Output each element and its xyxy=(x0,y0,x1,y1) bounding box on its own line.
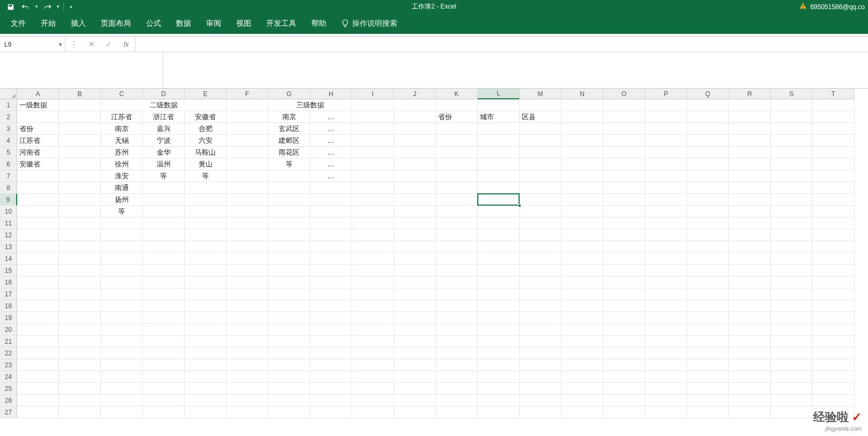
cell[interactable] xyxy=(729,359,771,371)
cell[interactable] xyxy=(771,217,813,229)
cell[interactable] xyxy=(603,253,645,265)
cell[interactable] xyxy=(813,253,855,265)
cell[interactable] xyxy=(478,147,520,158)
cell[interactable] xyxy=(520,217,561,229)
warning-icon[interactable] xyxy=(799,2,807,11)
cell[interactable] xyxy=(436,277,478,288)
cell[interactable]: … xyxy=(310,147,352,158)
cell[interactable] xyxy=(436,371,478,383)
cell[interactable] xyxy=(185,359,227,371)
cell[interactable] xyxy=(729,288,771,300)
cell[interactable]: 南京 xyxy=(101,123,143,135)
cell[interactable] xyxy=(520,99,561,111)
cell[interactable] xyxy=(771,99,813,111)
spreadsheet-grid[interactable]: ABCDEFGHIJKLMNOPQRST 1234567891011121314… xyxy=(0,89,868,436)
cell[interactable] xyxy=(436,135,478,147)
cell[interactable] xyxy=(185,194,227,206)
cell[interactable] xyxy=(603,241,645,253)
cell[interactable]: 二级数据 xyxy=(101,99,227,111)
cell[interactable] xyxy=(436,206,478,217)
cell[interactable]: 六安 xyxy=(185,135,227,147)
cell[interactable] xyxy=(352,194,394,206)
cell[interactable] xyxy=(352,336,394,347)
cell[interactable] xyxy=(436,359,478,371)
cell[interactable] xyxy=(394,123,436,135)
cell[interactable] xyxy=(394,395,436,406)
cell[interactable] xyxy=(478,288,520,300)
cell[interactable] xyxy=(268,336,310,347)
cell[interactable] xyxy=(687,300,729,312)
cell[interactable] xyxy=(227,123,268,135)
cell[interactable] xyxy=(394,111,436,123)
cell[interactable] xyxy=(101,253,143,265)
cell[interactable] xyxy=(687,229,729,241)
cell[interactable] xyxy=(143,194,185,206)
cell[interactable]: 省份 xyxy=(436,111,478,123)
cell[interactable] xyxy=(394,383,436,395)
cell[interactable] xyxy=(478,170,520,182)
cell[interactable] xyxy=(520,194,561,206)
cell[interactable]: 三级数据 xyxy=(268,99,352,111)
cell[interactable] xyxy=(645,170,687,182)
cell[interactable] xyxy=(394,99,436,111)
cell[interactable] xyxy=(520,300,561,312)
cell[interactable] xyxy=(227,347,268,359)
cell[interactable] xyxy=(227,217,268,229)
cell[interactable] xyxy=(394,371,436,383)
cell[interactable] xyxy=(310,217,352,229)
cell[interactable] xyxy=(310,277,352,288)
cell[interactable] xyxy=(687,182,729,194)
cell[interactable] xyxy=(394,158,436,170)
cell[interactable] xyxy=(771,277,813,288)
cell[interactable]: … xyxy=(310,158,352,170)
column-header[interactable]: E xyxy=(185,89,227,99)
column-header[interactable]: A xyxy=(17,89,59,99)
cell[interactable] xyxy=(603,229,645,241)
cell[interactable] xyxy=(17,206,59,217)
cell[interactable] xyxy=(603,182,645,194)
cell[interactable] xyxy=(227,99,268,111)
cell[interactable] xyxy=(645,324,687,336)
cell[interactable]: 徐州 xyxy=(101,158,143,170)
cell[interactable] xyxy=(729,170,771,182)
cell[interactable] xyxy=(771,123,813,135)
cell[interactable] xyxy=(813,359,855,371)
cell[interactable] xyxy=(603,288,645,300)
cell[interactable] xyxy=(561,336,603,347)
cell[interactable] xyxy=(436,241,478,253)
cell[interactable] xyxy=(59,123,101,135)
cell[interactable] xyxy=(645,347,687,359)
column-header[interactable]: T xyxy=(813,89,855,99)
cell[interactable] xyxy=(143,312,185,324)
cell[interactable] xyxy=(561,265,603,277)
cell[interactable] xyxy=(268,253,310,265)
cell[interactable] xyxy=(645,123,687,135)
cell[interactable] xyxy=(729,300,771,312)
cell[interactable]: … xyxy=(310,170,352,182)
cell[interactable] xyxy=(352,359,394,371)
cell[interactable] xyxy=(813,300,855,312)
cell[interactable] xyxy=(101,288,143,300)
cell[interactable] xyxy=(436,158,478,170)
cell[interactable] xyxy=(645,406,687,418)
cell[interactable] xyxy=(101,277,143,288)
cell[interactable]: … xyxy=(310,135,352,147)
cell[interactable] xyxy=(687,312,729,324)
cell[interactable] xyxy=(687,217,729,229)
cell[interactable] xyxy=(352,324,394,336)
column-header[interactable]: Q xyxy=(687,89,729,99)
cell[interactable] xyxy=(520,158,561,170)
cell[interactable] xyxy=(143,182,185,194)
cell[interactable] xyxy=(143,241,185,253)
cell[interactable] xyxy=(59,265,101,277)
cell[interactable] xyxy=(394,241,436,253)
cell[interactable] xyxy=(645,359,687,371)
cell[interactable] xyxy=(436,395,478,406)
cell[interactable] xyxy=(520,406,561,418)
cell[interactable] xyxy=(17,229,59,241)
cell[interactable] xyxy=(59,217,101,229)
cell[interactable] xyxy=(143,406,185,418)
cell[interactable] xyxy=(729,406,771,418)
cell[interactable] xyxy=(143,253,185,265)
cell[interactable] xyxy=(310,300,352,312)
